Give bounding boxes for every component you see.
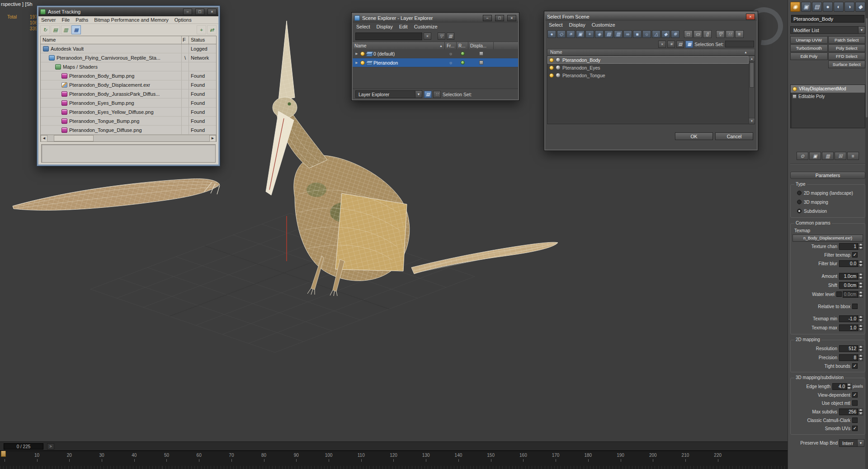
menu-item[interactable]: Options bbox=[175, 17, 192, 23]
toolbar-icon[interactable]: ◆ bbox=[855, 2, 865, 12]
scroll-up-icon[interactable]: ▲ bbox=[749, 56, 755, 62]
edge-length-input[interactable]: 4.0 bbox=[832, 383, 847, 390]
filter-icon[interactable]: ■ bbox=[633, 30, 642, 38]
current-frame-indicator[interactable]: 0 / 225 bbox=[4, 443, 43, 450]
modifier-preset-button[interactable]: Unwrap UVW bbox=[790, 36, 828, 44]
render-icon[interactable] bbox=[461, 52, 465, 56]
frozen-icon[interactable]: ☼ bbox=[448, 52, 453, 56]
texmap-max-spinner[interactable] bbox=[858, 324, 863, 331]
bulb-icon[interactable] bbox=[360, 61, 365, 65]
resolution-input[interactable]: 512 bbox=[839, 345, 858, 352]
list-tool-icon[interactable]: ▭ bbox=[693, 30, 702, 38]
horizontal-scrollbar[interactable]: ◀ ▶ bbox=[41, 135, 216, 141]
menu-item[interactable]: Select bbox=[356, 24, 370, 29]
toolbar-icon[interactable]: ▦ bbox=[71, 25, 81, 34]
stack-tool-icon[interactable]: ▣ bbox=[809, 152, 821, 160]
toolbar-icon[interactable]: ▥ bbox=[447, 33, 454, 40]
bulb-icon[interactable] bbox=[549, 58, 554, 62]
amount-input[interactable]: 1.0cm bbox=[839, 273, 858, 280]
bulb-icon[interactable] bbox=[549, 73, 554, 78]
filter-blur-input[interactable]: 0.0 bbox=[839, 260, 858, 267]
water-level-input[interactable]: 0.0cm bbox=[843, 291, 858, 298]
menu-item[interactable]: Display bbox=[377, 24, 393, 29]
selection-set-dropdown[interactable] bbox=[725, 41, 754, 47]
stack-tool-icon[interactable]: ☒ bbox=[835, 152, 846, 160]
classic-catmull-checkbox[interactable] bbox=[852, 417, 858, 423]
modifier-preset-button[interactable]: Poly Select bbox=[828, 44, 866, 52]
filter-icon[interactable]: △ bbox=[652, 30, 660, 38]
menu-item[interactable]: Bitmap Performance and Memory bbox=[94, 17, 168, 23]
scroll-right-icon[interactable]: ▶ bbox=[209, 135, 216, 142]
display-icon[interactable] bbox=[479, 61, 483, 65]
list-tool-icon[interactable]: ∷ bbox=[726, 30, 734, 38]
layer-row[interactable]: ▶ Pteranodon ☼ bbox=[353, 58, 518, 67]
column-header-frozen[interactable]: Fr... bbox=[445, 42, 457, 49]
toolbar-icon[interactable]: ☀ bbox=[667, 41, 675, 48]
asset-row[interactable]: Pteranodon_Eyes_Bump.png Found bbox=[41, 98, 216, 108]
column-header-name[interactable]: Name bbox=[41, 36, 182, 44]
shift-input[interactable]: 0.0cm bbox=[839, 282, 858, 289]
radio-row[interactable]: 3D mapping bbox=[792, 197, 864, 206]
column-header-f[interactable]: F bbox=[182, 36, 189, 44]
render-icon[interactable] bbox=[461, 61, 465, 65]
modifier-preset-button[interactable]: TurboSmooth bbox=[790, 44, 828, 52]
toolbar-icon[interactable]: ◉ bbox=[790, 2, 800, 12]
filter-icon[interactable]: ◈ bbox=[595, 30, 604, 38]
radio-button[interactable] bbox=[797, 191, 802, 195]
toolbar-icon[interactable]: ▤ bbox=[424, 91, 432, 98]
toolbar-icon[interactable]: ↻ bbox=[40, 25, 50, 34]
asset-row[interactable]: Pteranodon_Flying_Carnivorous_Reptile_St… bbox=[41, 53, 216, 62]
expand-arrow-icon[interactable]: ▶ bbox=[354, 52, 359, 56]
texture-chan-input[interactable]: 1 bbox=[839, 243, 858, 250]
asset-row[interactable]: Maps / Shaders bbox=[41, 62, 216, 71]
filter-icon[interactable]: ▣ bbox=[576, 30, 585, 38]
vertical-scrollbar[interactable]: ▲ ▼ bbox=[749, 56, 755, 124]
column-header-name[interactable]: Name bbox=[550, 50, 562, 55]
close-button[interactable]: × bbox=[507, 15, 516, 21]
relative-bbox-checkbox[interactable] bbox=[852, 304, 858, 309]
menu-item[interactable]: Customize bbox=[414, 24, 438, 29]
asset-row[interactable]: Pteranodon_Eyes_Yellow_Diffuse.png Found bbox=[41, 108, 216, 117]
scrollbar-track[interactable] bbox=[47, 135, 209, 141]
filter-icon[interactable]: ▤ bbox=[604, 30, 613, 38]
asset-row[interactable]: Pteranodon_Tongue_Bump.png Found bbox=[41, 117, 216, 126]
modifier-preset-button[interactable]: Patch Select bbox=[828, 36, 866, 44]
modifier-preset-button[interactable]: FFD Select bbox=[828, 52, 866, 60]
list-tool-icon[interactable]: □ bbox=[684, 30, 693, 38]
time-slider-handle[interactable] bbox=[1, 450, 6, 457]
next-frame-button[interactable]: > bbox=[47, 443, 54, 450]
list-tool-icon[interactable]: ▯ bbox=[703, 30, 712, 38]
radio-row[interactable]: 2D mapping (landscape) bbox=[792, 188, 864, 197]
scroll-left-icon[interactable]: ◀ bbox=[41, 135, 47, 142]
scene-object-row[interactable]: Pteranodon_Eyes bbox=[547, 64, 749, 71]
toolbar-icon[interactable]: ◑ bbox=[844, 2, 854, 12]
panel-scrollbar[interactable] bbox=[865, 0, 868, 469]
toolbar-icon[interactable]: × bbox=[658, 41, 666, 48]
close-button[interactable]: × bbox=[746, 14, 755, 20]
edge-length-spinner[interactable] bbox=[847, 383, 852, 390]
resolution-spinner[interactable] bbox=[858, 345, 863, 352]
track-bar[interactable]: 0 / 225 > bbox=[0, 441, 788, 450]
stack-tool-icon[interactable]: ⊙ bbox=[797, 152, 808, 160]
asset-row[interactable]: Pteranodon_Body_Bump.png Found bbox=[41, 71, 216, 80]
filter-icon[interactable]: ☀ bbox=[566, 30, 575, 38]
filter-icon[interactable]: ∞ bbox=[623, 30, 632, 38]
shift-spinner[interactable] bbox=[858, 282, 863, 289]
radio-button[interactable] bbox=[797, 209, 802, 213]
scrollbar-thumb[interactable] bbox=[54, 135, 94, 141]
scene-object-row[interactable]: Pteranodon_Body bbox=[547, 56, 749, 64]
menu-item[interactable]: File bbox=[61, 17, 70, 23]
bulb-icon[interactable] bbox=[360, 52, 365, 56]
clear-search-icon[interactable]: × bbox=[424, 33, 431, 40]
filter-icon[interactable]: ◆ bbox=[661, 30, 670, 38]
column-header-name[interactable]: Name▲ bbox=[353, 42, 445, 49]
toolbar-icon[interactable]: ▤ bbox=[812, 2, 822, 12]
asset-row[interactable]: Pteranodon_Body_Displacement.exr Found bbox=[41, 80, 216, 89]
texmap-min-spinner[interactable] bbox=[858, 315, 863, 322]
display-icon[interactable] bbox=[479, 52, 483, 56]
parameters-rollout[interactable]: Parameters bbox=[790, 172, 865, 179]
stack-tool-icon[interactable]: ≡ bbox=[847, 152, 859, 160]
toolbar-icon[interactable]: + bbox=[197, 25, 206, 34]
menu-item[interactable]: Server bbox=[41, 17, 56, 23]
object-name-field[interactable]: Pteranodon_Body bbox=[791, 15, 864, 23]
